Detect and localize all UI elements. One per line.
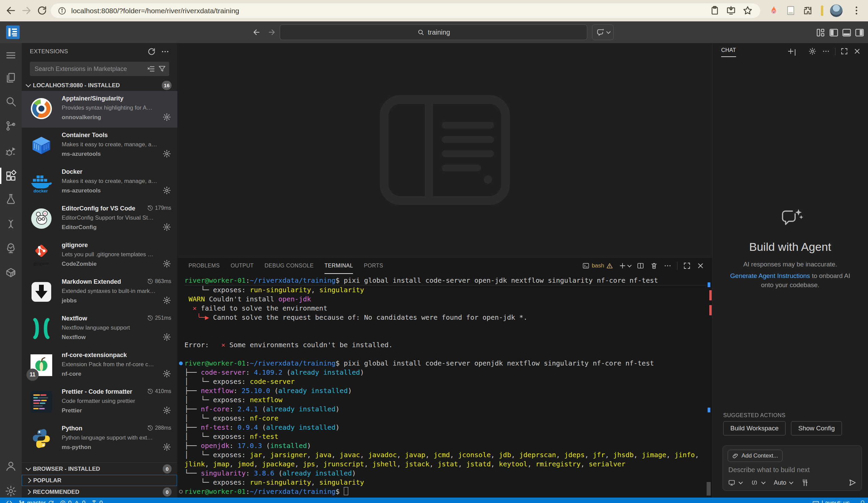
filter-icon[interactable]	[158, 64, 166, 73]
more-actions-icon[interactable]	[161, 47, 169, 56]
site-info-icon[interactable]	[58, 7, 66, 15]
new-chat-icon[interactable]	[787, 47, 795, 55]
device-mode-icon[interactable]	[727, 479, 736, 487]
extension-item-nextflow[interactable]: Nextflow251msNextflow language supportNe…	[22, 311, 177, 348]
chevron-down-icon[interactable]	[761, 480, 766, 484]
panel-tab-ports[interactable]: PORTS	[364, 258, 383, 274]
extension-item-python[interactable]: Python288msPython language support with …	[22, 421, 177, 457]
chevron-down-icon[interactable]	[627, 263, 632, 268]
chevron-down-icon[interactable]	[795, 49, 803, 57]
activity-bar-item-nextflow-icon[interactable]	[5, 218, 17, 230]
extension-item-nf-core-extensionpack[interactable]: 11nf-core-extensionpackExtension Pack fr…	[22, 348, 177, 384]
extension-item-editorconfig-for-vs-code[interactable]: EditorConfig for VS Code179msEditorConfi…	[22, 201, 177, 238]
chevron-down-icon[interactable]	[789, 480, 793, 484]
send-icon[interactable]	[848, 478, 857, 487]
maximize-icon[interactable]	[840, 47, 848, 55]
manage-gear-icon[interactable]	[163, 223, 171, 231]
extension-item-prettier-code-formatter[interactable]: Prettier - Code formatter410msCode forma…	[22, 384, 177, 421]
terminal-scrollbar[interactable]	[706, 482, 711, 495]
manage-gear-icon[interactable]	[163, 333, 171, 341]
add-context-chip[interactable]: Add Context...	[727, 450, 783, 462]
account-icon[interactable]	[5, 460, 17, 472]
menu-kebab-icon[interactable]	[851, 5, 862, 16]
extensions-puzzle-icon[interactable]	[802, 5, 813, 16]
toggle-panel-icon[interactable]	[841, 28, 852, 38]
activity-bar-item-extensions-icon[interactable]	[5, 170, 17, 182]
extension-item-docker[interactable]: dockerDockerMakes it easy to create, man…	[22, 164, 177, 201]
ports-status[interactable]: 0	[91, 500, 103, 503]
bookmark-list-icon[interactable]	[709, 5, 720, 16]
install-app-icon[interactable]	[726, 5, 736, 16]
back-icon[interactable]	[6, 5, 16, 16]
toggle-secondary-sidebar-icon[interactable]	[855, 28, 865, 38]
manage-gear-icon[interactable]	[163, 259, 171, 268]
tools-icon[interactable]	[801, 479, 809, 487]
terminal-instance-bash[interactable]: bash	[582, 262, 613, 270]
code-mode-icon[interactable]	[750, 479, 758, 487]
extension-item-markdown-extended[interactable]: Markdown Extended863msExtended syntaxes …	[22, 274, 177, 311]
kill-terminal-icon[interactable]	[650, 262, 658, 270]
manage-gear-icon[interactable]	[163, 113, 171, 121]
git-branch-status[interactable]: master	[18, 500, 54, 503]
command-center-search[interactable]: training	[280, 24, 587, 40]
manage-gear-icon[interactable]	[163, 149, 171, 158]
maximize-panel-icon[interactable]	[683, 262, 691, 270]
activity-bar-item-source-control-icon[interactable]	[5, 120, 17, 132]
close-icon[interactable]	[853, 47, 861, 55]
back-icon[interactable]	[251, 28, 261, 37]
panel-tab-terminal[interactable]: TERMINAL	[324, 258, 353, 274]
section-installed[interactable]: LOCALHOST:8080 - INSTALLED 16	[22, 80, 177, 91]
tab-chat[interactable]: CHAT	[721, 47, 736, 57]
profile-avatar[interactable]	[830, 4, 843, 17]
split-terminal-icon[interactable]	[637, 262, 644, 270]
settings-gear-icon[interactable]	[808, 47, 816, 55]
remote-indicator[interactable]	[6, 499, 13, 503]
refresh-icon[interactable]	[147, 47, 156, 56]
reload-icon[interactable]	[37, 5, 48, 16]
terminal-output[interactable]: river@worker-01:~/riverxdata/training$ p…	[178, 274, 706, 497]
section-browser-installed[interactable]: BROWSER - INSTALLED 0	[22, 463, 177, 474]
forward-icon[interactable]	[21, 5, 32, 16]
chevron-down-icon[interactable]	[738, 480, 743, 484]
generate-agent-instructions-link[interactable]: Generate Agent Instructions	[730, 272, 810, 279]
manage-gear-icon[interactable]	[163, 369, 171, 378]
notifications-bell-icon[interactable]	[859, 500, 866, 503]
model-picker[interactable]: Auto	[774, 479, 786, 486]
close-panel-icon[interactable]	[696, 262, 705, 270]
activity-bar-item-testing-icon[interactable]	[5, 193, 17, 205]
extension-item-container-tools[interactable]: Container ToolsMakes it easy to create, …	[22, 128, 177, 164]
manage-gear-icon[interactable]	[163, 296, 171, 305]
manage-gear-icon[interactable]	[163, 186, 171, 195]
panel-tab-debug-console[interactable]: DEBUG CONSOLE	[265, 258, 314, 274]
more-actions-icon[interactable]	[663, 262, 672, 270]
bookmark-star-icon[interactable]	[742, 5, 753, 16]
build-workspace-button[interactable]: Build Workspace	[723, 421, 786, 435]
activity-bar-item-explorer-icon[interactable]	[5, 72, 17, 84]
extensions-search-box[interactable]	[30, 62, 169, 76]
section-recommended[interactable]: RECOMMENDED 0	[22, 486, 177, 497]
forward-icon[interactable]	[267, 28, 277, 37]
activity-bar-item-containers-icon[interactable]	[5, 266, 17, 279]
toggle-sidebar-icon[interactable]	[829, 28, 839, 38]
panel-tab-problems[interactable]: PROBLEMS	[188, 258, 220, 274]
copilot-chat-icon[interactable]	[592, 24, 614, 40]
extension-item-gitignore[interactable]: gitignoregitignoreLets you pull .gitigno…	[22, 238, 177, 274]
customize-layout-icon[interactable]	[815, 28, 826, 38]
manage-gear-icon[interactable]	[163, 406, 171, 415]
address-bar[interactable]: localhost:8080/?folder=/home/river/river…	[51, 3, 760, 18]
activity-bar-item-search-icon[interactable]	[5, 95, 17, 108]
chat-input-placeholder[interactable]: Describe what to build next	[728, 466, 810, 474]
clear-filter-icon[interactable]	[147, 64, 156, 73]
keyboard-layout-status[interactable]: Layout: us	[812, 499, 850, 503]
extension-item-apptainer-singularity[interactable]: Apptainer/SingularityProvides syntax hig…	[22, 91, 177, 128]
flame-extension-icon[interactable]	[768, 5, 779, 16]
settings-gear-icon[interactable]	[5, 485, 17, 497]
chat-input-box[interactable]: Add Context... Describe what to build ne…	[723, 445, 862, 491]
manage-gear-icon[interactable]	[163, 443, 171, 451]
problems-status[interactable]: 0 0	[60, 500, 85, 503]
panel-tab-output[interactable]: OUTPUT	[230, 258, 254, 274]
activity-bar-item-menu-icon[interactable]	[5, 49, 17, 61]
show-config-button[interactable]: Show Config	[791, 421, 842, 435]
page-extension-icon[interactable]	[785, 5, 796, 16]
section-popular[interactable]: POPULAR	[22, 475, 177, 486]
